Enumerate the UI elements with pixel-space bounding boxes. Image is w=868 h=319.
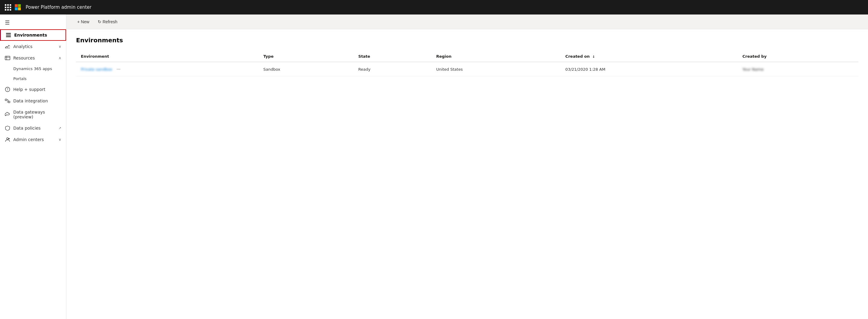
toolbar: + New ↻ Refresh: [66, 14, 868, 29]
svg-rect-1: [18, 4, 21, 7]
svg-point-18: [8, 138, 10, 139]
col-created-on[interactable]: Created on ↓: [561, 51, 738, 62]
environments-table: Environment Type State Region Created on: [76, 51, 858, 77]
cloud-icon: [5, 112, 10, 117]
microsoft-logo: [15, 4, 21, 10]
environment-created-by: Your Name: [743, 67, 764, 71]
col-region: Region: [431, 51, 561, 62]
svg-rect-7: [5, 56, 10, 60]
sidebar-item-admincenters[interactable]: Admin centers ∨: [0, 134, 66, 145]
svg-rect-13: [8, 101, 10, 103]
sidebar-helpsupport-label: Help + support: [13, 87, 61, 92]
table-header-row: Environment Type State Region Created on: [76, 51, 858, 62]
sidebar-datagateways-label: Data gateways (preview): [13, 110, 61, 119]
sidebar-item-dataintegration[interactable]: Data integration: [0, 95, 66, 107]
col-state: State: [353, 51, 431, 62]
cell-region: United States: [431, 62, 561, 77]
sidebar: ☰ Environments Analytics ∨: [0, 14, 66, 319]
external-link-icon: ↗: [59, 126, 61, 130]
table-row: Private sandbox ··· Sandbox Ready United…: [76, 62, 858, 77]
environment-more-button[interactable]: ···: [115, 66, 122, 72]
sidebar-environments-label: Environments: [14, 33, 61, 37]
main-content: + New ↻ Refresh Environments Environment…: [66, 14, 868, 319]
sidebar-item-dynamics365apps[interactable]: Dynamics 365 apps: [0, 64, 66, 74]
svg-rect-6: [6, 36, 11, 37]
analytics-chevron: ∨: [59, 45, 61, 49]
environment-state: Ready: [359, 67, 371, 71]
sidebar-item-analytics[interactable]: Analytics ∨: [0, 41, 66, 52]
topbar-title: Power Platform admin center: [26, 4, 91, 10]
resources-chevron: ∧: [59, 56, 61, 60]
resources-icon: [5, 55, 10, 61]
cell-state: Ready: [353, 62, 431, 77]
sidebar-item-resources[interactable]: Resources ∧: [0, 52, 66, 64]
waffle-icon[interactable]: [5, 4, 11, 10]
sidebar-resources-label: Resources: [13, 56, 56, 60]
sidebar-analytics-label: Analytics: [13, 44, 56, 49]
cell-type: Sandbox: [258, 62, 353, 77]
environment-region: United States: [436, 67, 463, 71]
svg-text:?: ?: [7, 88, 8, 91]
help-icon: ?: [5, 87, 10, 92]
sidebar-item-helpsupport[interactable]: ? Help + support: [0, 84, 66, 95]
svg-rect-5: [6, 35, 11, 36]
cell-environment-name: Private sandbox ···: [76, 62, 258, 77]
new-button[interactable]: + New: [73, 18, 93, 26]
layers-icon: [6, 32, 11, 38]
environment-created-on: 03/21/2020 1:28 AM: [565, 67, 606, 71]
svg-rect-2: [15, 7, 18, 10]
sidebar-dataintegration-label: Data integration: [13, 98, 61, 103]
page-content: Environments Environment Type State: [66, 29, 868, 319]
sidebar-datapolicies-label: Data policies: [13, 126, 54, 130]
admincenters-chevron: ∨: [59, 138, 61, 142]
sidebar-item-datapolicies[interactable]: Data policies ↗: [0, 122, 66, 134]
col-environment: Environment: [76, 51, 258, 62]
environment-name-text[interactable]: Private sandbox: [81, 67, 112, 71]
analytics-icon: [5, 44, 10, 49]
svg-rect-3: [18, 7, 21, 10]
app-layout: ☰ Environments Analytics ∨: [0, 14, 868, 319]
page-title: Environments: [76, 36, 858, 44]
svg-rect-12: [5, 99, 7, 100]
hamburger-icon: ☰: [5, 19, 10, 26]
refresh-button[interactable]: ↻ Refresh: [94, 18, 121, 26]
svg-rect-4: [6, 33, 11, 34]
admin-icon: [5, 137, 10, 142]
cell-created-by: Your Name: [738, 62, 858, 77]
portals-label: Portals: [13, 77, 27, 81]
refresh-button-label: ↻ Refresh: [98, 19, 117, 24]
svg-point-17: [7, 138, 8, 140]
cell-created-on: 03/21/2020 1:28 AM: [561, 62, 738, 77]
sidebar-item-portals[interactable]: Portals: [0, 74, 66, 84]
environment-type: Sandbox: [264, 67, 280, 71]
dynamics365apps-label: Dynamics 365 apps: [13, 66, 52, 71]
topbar: Power Platform admin center: [0, 0, 868, 14]
sidebar-item-datagateways[interactable]: Data gateways (preview): [0, 107, 66, 122]
sidebar-item-environments[interactable]: Environments: [0, 29, 66, 41]
col-created-by: Created by: [738, 51, 858, 62]
svg-rect-0: [15, 4, 18, 7]
col-type: Type: [258, 51, 353, 62]
sidebar-hamburger[interactable]: ☰: [0, 17, 66, 28]
data-integration-icon: [5, 98, 10, 104]
sort-icon-created-on: ↓: [592, 55, 595, 59]
shield-icon: [5, 125, 10, 131]
new-button-label: + New: [77, 19, 89, 24]
sidebar-admincenters-label: Admin centers: [13, 137, 56, 142]
